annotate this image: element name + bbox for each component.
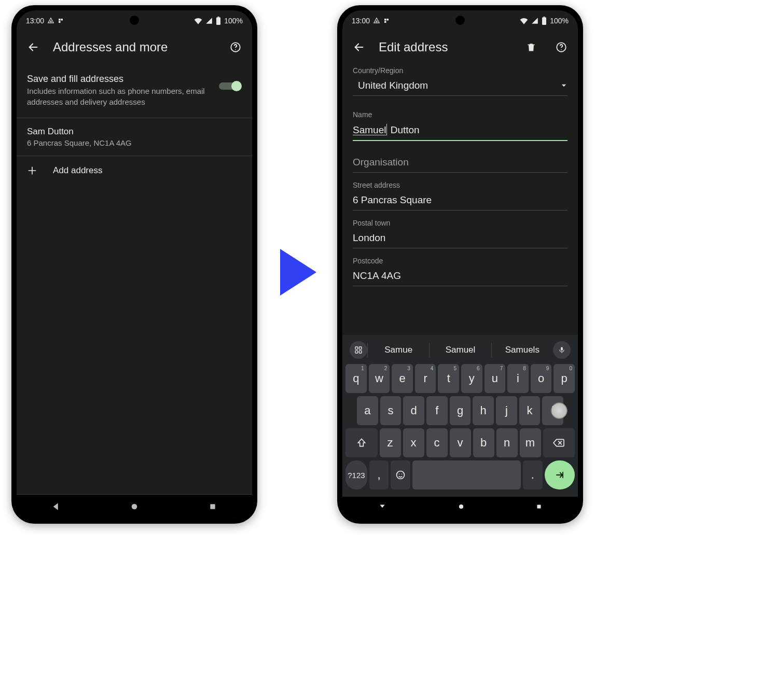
system-nav-bar [17, 495, 252, 519]
suggestion-3[interactable]: Samuels [491, 343, 553, 357]
key-i[interactable]: i8 [507, 364, 529, 393]
saved-address: 6 Pancras Square, NC1A 4AG [27, 138, 242, 147]
back-button[interactable] [23, 37, 44, 58]
saved-address-item[interactable]: Sam Dutton 6 Pancras Square, NC1A 4AG [17, 118, 252, 156]
organisation-field[interactable]: Organisation [342, 150, 578, 175]
toggle-switch[interactable] [218, 80, 242, 92]
svg-point-26 [402, 474, 403, 475]
key-n[interactable]: n [496, 428, 518, 457]
status-battery: 100% [224, 17, 243, 25]
on-screen-keyboard: Samue Samuel Samuels q1w2e3r4t5y6u7i8o9p… [342, 335, 578, 497]
back-button[interactable] [349, 37, 369, 58]
space-key[interactable] [412, 460, 521, 489]
delete-button[interactable] [521, 37, 542, 58]
emoji-key[interactable] [391, 460, 410, 489]
key-e[interactable]: e3 [392, 364, 413, 393]
status-icon-2 [58, 18, 64, 24]
svg-rect-5 [218, 17, 219, 18]
key-v[interactable]: v [450, 428, 471, 457]
svg-rect-23 [561, 347, 563, 351]
suggestion-1[interactable]: Samue [367, 343, 429, 357]
organisation-label: Organisation [353, 157, 568, 168]
key-b[interactable]: b [473, 428, 494, 457]
help-button[interactable] [225, 37, 246, 58]
backspace-key[interactable] [543, 428, 575, 457]
key-f[interactable]: f [426, 396, 448, 425]
key-w[interactable]: w2 [369, 364, 390, 393]
comma-key[interactable]: , [369, 460, 389, 489]
key-z[interactable]: z [380, 428, 401, 457]
svg-rect-21 [355, 351, 358, 353]
page-title: Addresses and more [53, 40, 216, 54]
town-field[interactable]: Postal town London [342, 216, 578, 250]
key-y[interactable]: y6 [461, 364, 482, 393]
name-field[interactable]: Name Samuel Dutton [342, 107, 578, 143]
nav-back-icon[interactable] [47, 502, 65, 511]
key-h[interactable]: h [473, 396, 494, 425]
suggestion-2[interactable]: Samuel [429, 343, 491, 357]
enter-key[interactable] [545, 460, 575, 489]
svg-rect-20 [359, 347, 362, 349]
key-x[interactable]: x [403, 428, 424, 457]
key-q[interactable]: q1 [345, 364, 367, 393]
name-value: Samuel Dutton [353, 124, 568, 136]
battery-icon [542, 17, 547, 25]
key-s[interactable]: s [380, 396, 402, 425]
keyboard-row-1: q1w2e3r4t5y6u7i8o9p0 [344, 364, 576, 393]
key-r[interactable]: r4 [415, 364, 436, 393]
svg-rect-2 [61, 19, 63, 21]
camera-notch [130, 16, 139, 25]
nav-home-icon[interactable] [458, 503, 465, 512]
country-field[interactable]: Country/Region United Kingdom [342, 63, 578, 98]
status-battery: 100% [550, 17, 569, 25]
country-value: United Kingdom [353, 80, 560, 91]
status-time: 13:00 [26, 17, 44, 25]
key-p[interactable]: p0 [554, 364, 575, 393]
town-value: London [353, 232, 568, 244]
svg-rect-22 [359, 351, 362, 353]
keyboard-apps-icon[interactable] [350, 341, 367, 359]
chevron-down-icon [560, 82, 568, 89]
nav-hide-keyboard-icon[interactable] [378, 503, 387, 512]
voice-input-icon[interactable] [553, 341, 571, 359]
transition-arrow-icon [275, 244, 322, 303]
camera-notch [455, 16, 465, 25]
street-value: 6 Pancras Square [353, 194, 568, 206]
phone-right-frame: 13:00 100% Edit address [337, 5, 583, 524]
key-l[interactable]: l [542, 396, 563, 425]
signal-icon [531, 17, 538, 24]
svg-rect-13 [384, 21, 386, 23]
wifi-icon [520, 17, 528, 24]
shift-key[interactable] [345, 428, 378, 457]
key-m[interactable]: m [520, 428, 541, 457]
nav-recents-icon[interactable] [535, 503, 543, 512]
street-field[interactable]: Street address 6 Pancras Square [342, 178, 578, 213]
key-t[interactable]: t5 [438, 364, 459, 393]
key-j[interactable]: j [496, 396, 517, 425]
numbers-key[interactable]: ?123 [345, 460, 367, 489]
save-fill-toggle-row[interactable]: Save and fill addresses Includes informa… [17, 63, 252, 118]
svg-rect-14 [542, 18, 546, 25]
help-button[interactable] [551, 37, 572, 58]
key-g[interactable]: g [450, 396, 471, 425]
period-key[interactable]: . [523, 460, 543, 489]
add-address-row[interactable]: Add address [17, 156, 252, 185]
key-d[interactable]: d [403, 396, 424, 425]
screen-left: 13:00 100% Addresses and more [17, 10, 252, 519]
nav-recents-icon[interactable] [203, 502, 222, 511]
key-o[interactable]: o9 [531, 364, 552, 393]
key-k[interactable]: k [519, 396, 541, 425]
keyboard-row-2: asdfghjkl [344, 396, 576, 425]
svg-rect-12 [387, 19, 389, 21]
key-u[interactable]: u7 [485, 364, 506, 393]
app-bar: Addresses and more [17, 31, 252, 63]
postcode-value: NC1A 4AG [353, 270, 568, 282]
signal-icon [205, 17, 213, 24]
phone-left-frame: 13:00 100% Addresses and more [11, 5, 257, 524]
postcode-field[interactable]: Postcode NC1A 4AG [342, 254, 578, 288]
svg-rect-1 [59, 19, 61, 21]
nav-home-icon[interactable] [125, 502, 144, 511]
key-c[interactable]: c [426, 428, 448, 457]
key-a[interactable]: a [357, 396, 378, 425]
toggle-title: Save and fill addresses [27, 73, 212, 85]
